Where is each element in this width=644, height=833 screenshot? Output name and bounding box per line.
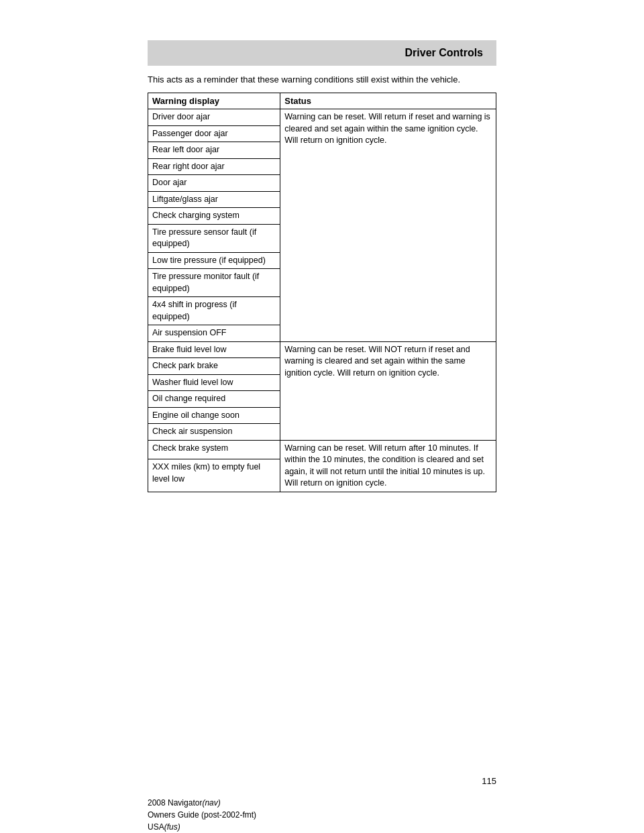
- warning-display: XXX miles (km) to empty fuel level low: [148, 459, 280, 492]
- warning-display: 4x4 shift in progress (if equipped): [148, 297, 280, 325]
- warning-display: Door ajar: [148, 175, 280, 192]
- warning-display: Engine oil change soon: [148, 407, 280, 424]
- col1-header: Warning display: [148, 93, 280, 109]
- footer-country: USA: [148, 822, 164, 832]
- warning-display: Passenger door ajar: [148, 125, 280, 142]
- status-text: Warning can be reset. Will return if res…: [280, 109, 496, 342]
- footer-country-code: (fus): [164, 822, 180, 832]
- footer-guide: Owners Guide (post-2002-fmt): [148, 810, 256, 820]
- table-row: Driver door ajar Warning can be reset. W…: [148, 109, 496, 126]
- footer-vehicle-nav: (nav): [202, 798, 220, 808]
- warning-display: Check park brake: [148, 358, 280, 375]
- header-bar: Driver Controls: [148, 40, 496, 66]
- main-content: This acts as a reminder that these warni…: [148, 66, 496, 492]
- warning-table: Warning display Status Driver door ajar …: [148, 93, 496, 492]
- warning-display: Rear left door ajar: [148, 142, 280, 159]
- warning-display: Check brake system: [148, 440, 280, 459]
- warning-display: Low tire pressure (if equipped): [148, 252, 280, 269]
- page-container: Driver Controls This acts as a reminder …: [0, 40, 644, 833]
- warning-display: Air suspension OFF: [148, 325, 280, 342]
- warning-display: Liftgate/glass ajar: [148, 191, 280, 208]
- footer-line3: USA(fus): [148, 821, 256, 833]
- page-title: Driver Controls: [405, 47, 483, 58]
- status-text: Warning can be reset. Will return after …: [280, 440, 496, 492]
- footer-vehicle-name: 2008 Navigator: [148, 798, 202, 808]
- warning-display: Tire pressure sensor fault (if equipped): [148, 224, 280, 252]
- warning-display: Oil change required: [148, 391, 280, 408]
- warning-display: Driver door ajar: [148, 109, 280, 126]
- warning-display: Check air suspension: [148, 424, 280, 441]
- warning-display: Check charging system: [148, 208, 280, 225]
- warning-display: Washer fluid level low: [148, 374, 280, 391]
- footer-line2: Owners Guide (post-2002-fmt): [148, 809, 256, 821]
- warning-display: Rear right door ajar: [148, 158, 280, 175]
- table-row: Brake fluid level low Warning can be res…: [148, 341, 496, 358]
- table-row: Check brake system Warning can be reset.…: [148, 440, 496, 459]
- page-number: 115: [482, 776, 496, 786]
- footer-line1: 2008 Navigator(nav): [148, 797, 256, 809]
- status-text: Warning can be reset. Will NOT return if…: [280, 341, 496, 440]
- footer: 2008 Navigator(nav) Owners Guide (post-2…: [148, 797, 256, 833]
- warning-display: Tire pressure monitor fault (if equipped…: [148, 269, 280, 297]
- table-header-row: Warning display Status: [148, 93, 496, 109]
- intro-text: This acts as a reminder that these warni…: [148, 74, 496, 86]
- col2-header: Status: [280, 93, 496, 109]
- warning-display: Brake fluid level low: [148, 341, 280, 358]
